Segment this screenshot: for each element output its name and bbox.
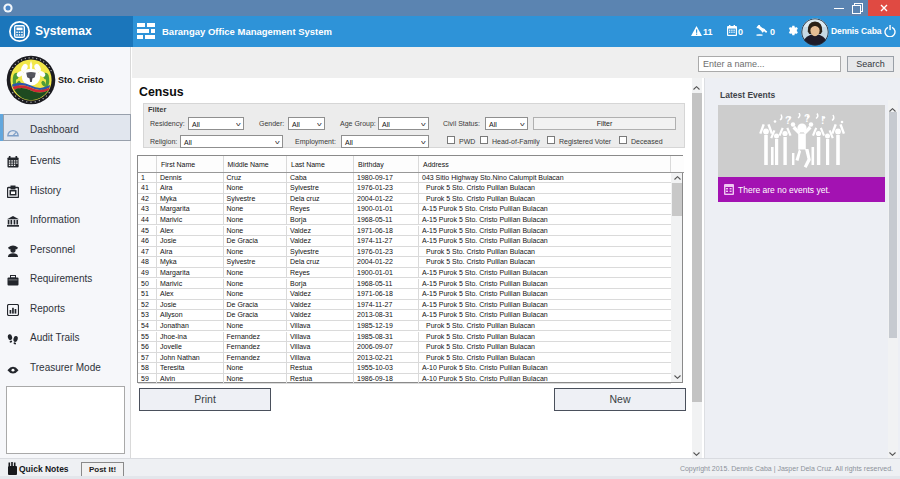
svg-text:!: ! bbox=[821, 115, 824, 126]
svg-text:?: ? bbox=[785, 115, 791, 126]
svg-text:?: ? bbox=[804, 113, 810, 124]
